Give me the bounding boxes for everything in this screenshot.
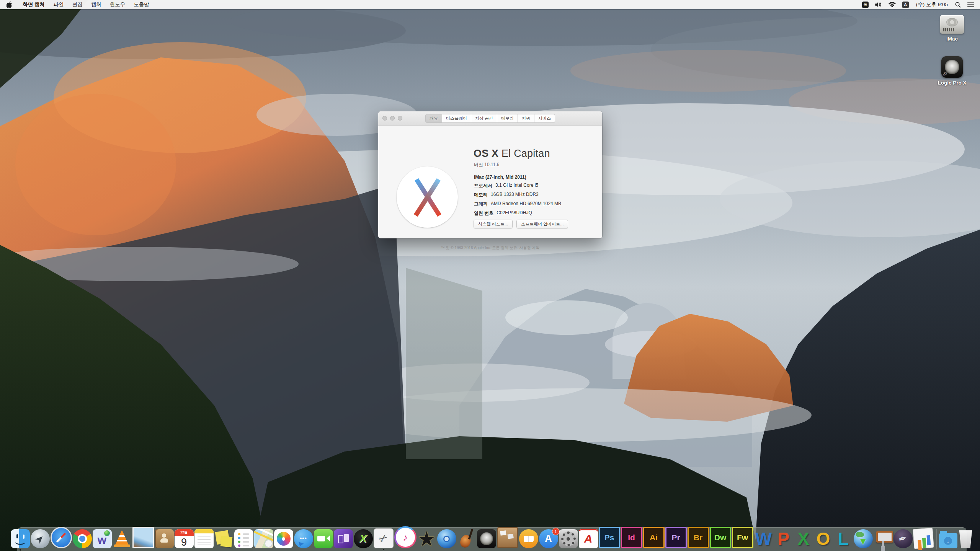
apple-menu[interactable]: [0, 1, 18, 8]
imovie-icon: ★: [417, 529, 436, 548]
dock-notes[interactable]: [194, 529, 214, 548]
dock-corkboard[interactable]: [497, 527, 518, 548]
dock-safari[interactable]: [51, 527, 72, 548]
menu-item-0[interactable]: 화면 캡처: [18, 2, 49, 7]
dock-grab[interactable]: ✂: [374, 528, 394, 548]
dock-imovie[interactable]: ★: [417, 529, 436, 548]
dock-lync[interactable]: L: [834, 529, 853, 548]
dock-excel[interactable]: X: [794, 529, 813, 548]
dock-app-store[interactable]: A1: [539, 529, 558, 548]
dock-device-manager[interactable]: [334, 529, 353, 548]
menu-bar-status: ✳ A (수) 오후 9:05: [861, 0, 980, 9]
app-menus: 화면 캡처파일편집캡처윈도우도움말: [18, 1, 154, 8]
photoshop-icon: Ps: [604, 533, 614, 542]
dock-webhard[interactable]: w: [93, 529, 112, 548]
webhard-icon: w: [98, 534, 106, 546]
dock-ibooks[interactable]: [519, 529, 538, 548]
volume-menu-extra[interactable]: [874, 0, 884, 9]
dock-chrome[interactable]: [73, 529, 92, 548]
dock-calendar[interactable]: 12월9: [175, 529, 194, 548]
menu-item-4[interactable]: 윈도우: [106, 2, 130, 7]
dock-fireworks[interactable]: Fw: [732, 527, 753, 548]
notification-center-menu-extra[interactable]: [966, 0, 975, 9]
wifi-icon: [889, 2, 896, 7]
traffic-lights: [382, 111, 402, 125]
app-store-icon: A: [545, 533, 552, 545]
itunes-icon: ♪: [403, 531, 408, 543]
dock-powerpoint[interactable]: P: [774, 529, 793, 548]
os-version: 버전 10.11.6: [474, 161, 499, 168]
os-title-strong: OS X: [474, 148, 498, 159]
dock: w12월9•••X✂♪★A1APsIdAiPrBrDwFwWPXOL▼✒↓: [17, 527, 967, 551]
dock-numbers[interactable]: [913, 528, 934, 549]
tab-5[interactable]: 서비스: [534, 114, 555, 123]
dock-photoshop[interactable]: Ps: [599, 527, 620, 548]
dock-facetime[interactable]: [314, 529, 333, 548]
tab-4[interactable]: 지원: [518, 114, 534, 123]
dock-photos[interactable]: [274, 529, 293, 548]
dock-messages[interactable]: •••: [294, 529, 313, 548]
dock-acrobat-reader[interactable]: A: [579, 529, 598, 548]
dock-logic-pro-x[interactable]: [477, 529, 496, 548]
xee-icon: X: [359, 533, 367, 545]
dock-idvd[interactable]: [437, 529, 456, 548]
calendar-icon: 9: [175, 536, 194, 548]
desktop-icon-label: Logic Pro X: [927, 80, 977, 86]
dock-keynote[interactable]: [874, 529, 893, 548]
desktop-icon-imac-drive[interactable]: iMac: [927, 15, 977, 42]
close-button[interactable]: [382, 116, 387, 121]
dock-premiere[interactable]: Pr: [665, 527, 687, 548]
dock-reminders[interactable]: [234, 529, 253, 548]
powerpoint-icon: P: [777, 529, 789, 548]
dock-mail[interactable]: [132, 527, 154, 548]
menu-item-2[interactable]: 편집: [68, 2, 87, 7]
dock-system-preferences[interactable]: [559, 529, 578, 548]
dock-contacts[interactable]: [155, 529, 174, 548]
dock-stickies[interactable]: [214, 529, 234, 548]
app-store-badge: 1: [552, 528, 560, 535]
dock-garageband[interactable]: [457, 529, 476, 548]
illustrator-icon: Ai: [650, 533, 658, 542]
spotlight-menu-extra[interactable]: [954, 0, 962, 9]
dock-indesign[interactable]: Id: [621, 527, 642, 548]
dock-maps[interactable]: [254, 529, 273, 548]
dock-launchpad[interactable]: [31, 529, 50, 548]
acrobat-reader-icon: A: [584, 532, 593, 545]
system-report-button[interactable]: 시스템 리포트...: [474, 220, 513, 228]
about-this-mac-window: 개요디스플레이저장 공간메모리지원서비스 OS X El Capit: [378, 111, 602, 238]
tab-0[interactable]: 개요: [425, 114, 442, 123]
tab-2[interactable]: 저장 공간: [471, 114, 497, 123]
dock-vlc[interactable]: [113, 529, 132, 548]
spec-value: C02FPA8UDHJQ: [497, 210, 532, 217]
wifi-menu-extra[interactable]: [887, 0, 897, 9]
menu-clock[interactable]: (수) 오후 9:05: [914, 1, 950, 8]
dock-pages[interactable]: ✒: [893, 529, 913, 548]
dock-bridge[interactable]: Br: [688, 527, 709, 548]
dock-illustrator[interactable]: Ai: [643, 527, 665, 548]
tab-1[interactable]: 디스플레이: [442, 114, 471, 123]
spec-row: 메모리16GB 1333 MHz DDR3: [474, 192, 561, 198]
dock-web-downloader[interactable]: ▼: [854, 529, 873, 548]
minimize-button[interactable]: [390, 116, 395, 121]
desktop-icon-logic-pro-x[interactable]: ↗ Logic Pro X: [927, 56, 977, 86]
os-x-logo: [397, 166, 458, 228]
dock-downloads-folder[interactable]: ↓: [939, 533, 957, 548]
about-tabs: 개요디스플레이저장 공간메모리지원서비스: [425, 114, 555, 123]
dock-dreamweaver[interactable]: Dw: [710, 527, 731, 548]
tab-3[interactable]: 메모리: [497, 114, 518, 123]
input-source-menu-extra[interactable]: A: [901, 0, 910, 9]
dock-outlook[interactable]: O: [814, 529, 833, 548]
menu-item-3[interactable]: 캡처: [87, 2, 106, 7]
mac-model: iMac (27-inch, Mid 2011): [474, 174, 526, 180]
dock-xee[interactable]: X: [354, 529, 373, 548]
zoom-button[interactable]: [398, 116, 402, 121]
dock-itunes[interactable]: ♪: [394, 526, 416, 548]
fan-menu-extra[interactable]: ✳: [861, 0, 870, 9]
software-update-button[interactable]: 소프트웨어 업데이트...: [516, 220, 568, 228]
menu-item-5[interactable]: 도움말: [129, 2, 154, 7]
window-title-bar[interactable]: 개요디스플레이저장 공간메모리지원서비스: [378, 111, 602, 126]
spec-row: 일련 번호C02FPA8UDHJQ: [474, 210, 561, 217]
dock-finder[interactable]: [11, 529, 30, 548]
dock-word[interactable]: W: [754, 529, 773, 548]
menu-item-1[interactable]: 파일: [49, 2, 68, 7]
